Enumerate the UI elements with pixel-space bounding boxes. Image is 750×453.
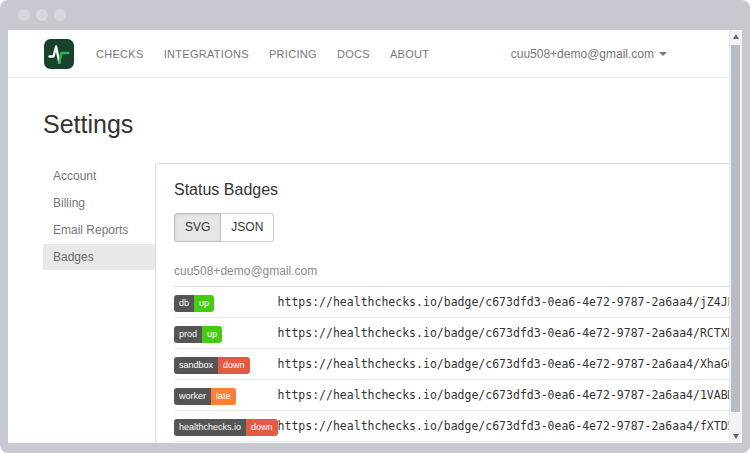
badge-status: down <box>218 357 250 374</box>
sidebar-item-badges[interactable]: Badges <box>43 244 155 270</box>
badge-url: https://healthchecks.io/badge/c673dfd3-0… <box>278 317 742 348</box>
settings-page: Settings Account Billing Email Reports B… <box>8 78 729 443</box>
caret-down-icon <box>659 52 667 56</box>
table-row: worker late https://healthchecks.io/badg… <box>174 379 742 410</box>
status-badges-card: Status Badges SVG JSON cuu508+demo@gmail… <box>155 163 742 443</box>
table-row: sandbox down https://healthchecks.io/bad… <box>174 348 742 379</box>
sidebar-item-email-reports[interactable]: Email Reports <box>43 217 155 243</box>
nav-link-docs[interactable]: DOCS <box>327 48 380 60</box>
status-badge: worker late <box>174 388 236 405</box>
top-navbar: CHECKS INTEGRATIONS PRICING DOCS ABOUT c… <box>8 30 729 78</box>
status-badge: prod up <box>174 326 222 343</box>
nav-links: CHECKS INTEGRATIONS PRICING DOCS ABOUT <box>86 48 439 60</box>
status-badge: healthchecks.io down <box>174 419 278 436</box>
format-tab-group: SVG JSON <box>174 213 274 242</box>
window-dot-icon[interactable] <box>54 9 66 21</box>
scrollbar-thumb[interactable] <box>731 45 740 412</box>
page-title: Settings <box>43 110 729 139</box>
badge-label: prod <box>174 326 202 343</box>
scroll-down-icon[interactable] <box>730 429 742 443</box>
account-dropdown[interactable]: cuu508+demo@gmail.com <box>511 47 693 61</box>
group-header-email: cuu508+demo@gmail.com <box>174 258 742 287</box>
badge-status: late <box>211 388 236 405</box>
scroll-up-icon[interactable] <box>730 30 742 44</box>
browser-window: CHECKS INTEGRATIONS PRICING DOCS ABOUT c… <box>0 0 750 453</box>
badge-url: https://healthchecks.io/badge/c673dfd3-0… <box>278 379 742 410</box>
vertical-scrollbar[interactable] <box>729 30 742 443</box>
badge-url: https://healthchecks.io/badge/c673dfd3-0… <box>278 410 742 441</box>
page-body: CHECKS INTEGRATIONS PRICING DOCS ABOUT c… <box>8 30 729 443</box>
badge-status: up <box>194 295 214 312</box>
badge-url: https://healthchecks.io/badge/c673dfd3-0… <box>278 348 742 379</box>
card-title: Status Badges <box>174 181 742 199</box>
sidebar-item-billing[interactable]: Billing <box>43 190 155 216</box>
nav-link-checks[interactable]: CHECKS <box>86 48 154 60</box>
status-badge: db up <box>174 295 214 312</box>
settings-sidebar: Account Billing Email Reports Badges <box>43 163 155 271</box>
badge-label: worker <box>174 388 211 405</box>
table-row: prod up https://healthchecks.io/badge/c6… <box>174 317 742 348</box>
badge-label: db <box>174 295 194 312</box>
badge-group-header: cuu508+demo@gmail.com <box>174 258 742 287</box>
nav-link-about[interactable]: ABOUT <box>380 48 439 60</box>
browser-viewport: CHECKS INTEGRATIONS PRICING DOCS ABOUT c… <box>8 30 742 443</box>
window-dot-icon[interactable] <box>36 9 48 21</box>
tab-json[interactable]: JSON <box>221 213 274 242</box>
window-dot-icon[interactable] <box>18 9 30 21</box>
sidebar-item-account[interactable]: Account <box>43 163 155 189</box>
badge-status: up <box>202 326 222 343</box>
table-row: db up https://healthchecks.io/badge/c673… <box>174 286 742 317</box>
badge-label: sandbox <box>174 357 218 374</box>
window-controls <box>18 9 66 21</box>
badge-status: down <box>246 419 278 436</box>
healthchecks-logo-icon[interactable] <box>44 39 74 69</box>
nav-link-pricing[interactable]: PRICING <box>259 48 327 60</box>
badge-url: https://healthchecks.io/badge/c673dfd3-0… <box>278 286 742 317</box>
account-email: cuu508+demo@gmail.com <box>511 47 654 61</box>
nav-link-integrations[interactable]: INTEGRATIONS <box>154 48 259 60</box>
tab-svg[interactable]: SVG <box>174 213 221 242</box>
status-badge: sandbox down <box>174 357 250 374</box>
table-row: healthchecks.io down https://healthcheck… <box>174 410 742 441</box>
badges-table: cuu508+demo@gmail.com db up <box>174 258 742 442</box>
badge-label: healthchecks.io <box>174 419 246 436</box>
